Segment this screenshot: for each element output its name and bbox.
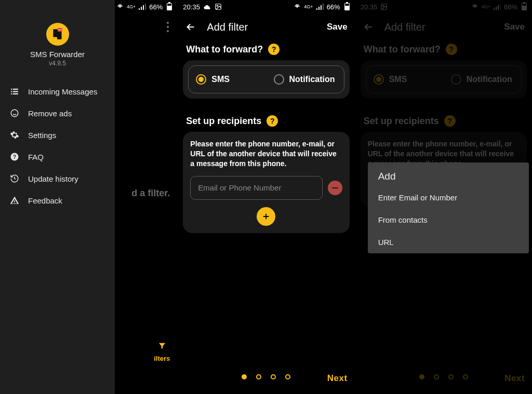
help-icon: ? [9,152,20,161]
dialog-option-email[interactable]: Enter Email or Number [368,186,529,209]
screen-add-filter: 20:35 4G+ 66% Add filter Save What to fo… [177,0,354,394]
navigation-drawer: SMS SMS Forwarder v4.9.5 Incoming Messag… [0,0,115,394]
drawer-item-label: Update history [28,174,78,183]
svg-point-18 [297,6,298,7]
dialog-title: Add [368,162,529,186]
add-recipient-dialog: Add Enter Email or Number From contacts … [368,162,529,253]
recipients-card: Please enter the phone number, e-mail, o… [183,132,349,233]
help-icon[interactable]: ? [267,115,278,127]
hotspot-icon [116,3,124,10]
drawer-item-feedback[interactable]: Feedback [0,189,115,211]
app-bar: Add filter Save [178,13,354,40]
signal-icon [316,4,324,10]
section-heading-what: What to forward? [186,44,263,55]
svg-rect-7 [11,89,12,90]
battery-label: 66% [327,3,340,11]
svg-rect-10 [13,91,18,92]
svg-point-2 [119,6,121,7]
recipient-input[interactable]: Email or Phone Number [190,176,322,200]
filters-tab[interactable]: ilters [154,342,170,363]
smile-icon [9,108,20,118]
add-recipient-button[interactable] [257,207,275,226]
drawer-item-faq[interactable]: ? FAQ [0,146,115,168]
drawer-item-history[interactable]: Update history [0,168,115,189]
dot-1[interactable] [242,374,247,379]
help-icon[interactable]: ? [268,44,280,55]
dot-3[interactable] [271,374,276,379]
radio-icon [196,74,206,85]
screen-drawer: 20:35 4G+ 66% d a filter. [0,0,177,394]
svg-text:?: ? [13,154,16,160]
drawer-item-label: Feedback [28,196,62,205]
page-indicator [242,374,290,379]
radio-label: Notification [289,75,335,84]
list-icon [9,87,20,96]
status-time: 20:35 [183,3,200,11]
svg-rect-11 [11,93,12,94]
battery-label: 66% [149,3,163,11]
gear-icon [9,130,20,140]
drawer-item-label: FAQ [28,153,44,161]
status-bar: 20:35 4G+ 66% [178,0,354,13]
battery-icon [344,3,350,10]
funnel-icon [154,342,170,352]
save-button[interactable]: Save [327,22,348,32]
network-type-label: 4G+ [304,5,313,9]
network-type-label: 4G+ [127,5,136,9]
drawer-app-name: SMS Forwarder [0,50,115,59]
image-indicator-icon [215,3,222,10]
svg-text:SMS: SMS [58,29,62,31]
background-hint-text: d a filter. [131,188,170,199]
overflow-menu-icon[interactable] [167,22,169,32]
drawer-item-label: Settings [28,131,56,140]
svg-rect-8 [13,89,18,90]
input-placeholder: Email or Phone Number [198,183,281,192]
radio-option-sms[interactable]: SMS [189,66,266,93]
history-icon [9,174,20,183]
drawer-item-removeads[interactable]: Remove ads [0,102,115,124]
dialog-option-url[interactable]: URL [368,231,529,253]
svg-rect-4 [57,32,61,39]
back-button[interactable] [185,21,196,33]
screen-title: Add filter [207,21,248,33]
dot-2[interactable] [256,374,261,379]
signal-icon [139,4,146,10]
app-logo-icon: SMS [46,23,69,46]
screen-add-popup: 20:35 4G+ 66% Add filter Save What to [355,0,532,394]
cloud-icon [203,4,211,10]
svg-point-13 [11,110,18,117]
svg-rect-3 [53,29,58,37]
hotspot-icon [294,3,301,10]
svg-point-17 [217,5,218,6]
radio-label: SMS [211,75,230,84]
remove-recipient-button[interactable] [328,181,342,195]
recipients-hint: Please enter the phone number, e-mail, o… [190,139,342,169]
drawer-item-settings[interactable]: Settings [0,124,115,146]
next-button[interactable]: Next [327,373,348,384]
drawer-version: v4.9.5 [0,60,115,67]
dot-4[interactable] [285,374,290,379]
battery-icon [167,3,172,10]
drawer-item-incoming[interactable]: Incoming Messages [0,80,115,102]
radio-option-notification[interactable]: Notification [267,66,344,93]
forward-type-card: SMS Notification [183,60,349,99]
dialog-option-contacts[interactable]: From contacts [368,209,529,231]
section-heading-recipients: Set up recipients [186,116,261,127]
svg-rect-9 [11,91,12,92]
drawer-item-label: Remove ads [28,109,72,118]
filters-tab-label: ilters [154,355,170,362]
drawer-item-label: Incoming Messages [28,87,97,96]
radio-icon [274,74,284,85]
warning-icon [9,196,20,205]
svg-rect-12 [13,93,18,94]
